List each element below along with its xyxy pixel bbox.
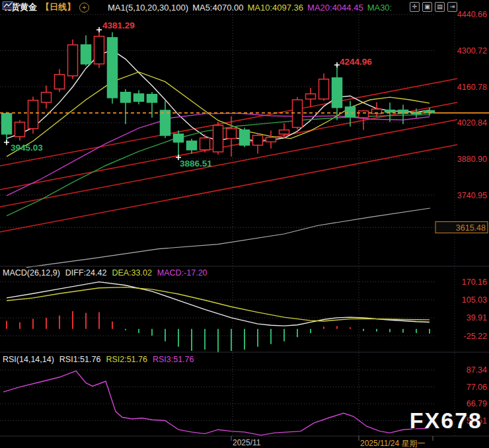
svg-text:4020.84: 4020.84 bbox=[457, 118, 487, 128]
add-indicator-icon[interactable]: + bbox=[79, 3, 89, 13]
svg-text:87.34: 87.34 bbox=[467, 365, 487, 375]
macd-diff-value: DIFF:24.42 bbox=[65, 268, 107, 278]
svg-text:77.06: 77.06 bbox=[467, 383, 487, 392]
svg-text:3886.51: 3886.51 bbox=[180, 159, 212, 168]
scale-left-icon[interactable]: ▣ bbox=[422, 2, 432, 12]
svg-text:3615.48: 3615.48 bbox=[456, 223, 486, 233]
chart-type-icon[interactable] bbox=[93, 3, 104, 12]
ma-params-label[interactable]: MA1(5,10,20,30,100) bbox=[108, 3, 188, 13]
ma20-value: MA20:4044.45 bbox=[307, 3, 363, 13]
svg-text:4160.78: 4160.78 bbox=[457, 83, 487, 92]
crosshair-icon[interactable]: ✛ bbox=[410, 2, 420, 12]
period-label[interactable]: 【日线】 bbox=[41, 1, 75, 13]
svg-text:105.03: 105.03 bbox=[462, 295, 487, 305]
macd-indicator-row[interactable]: MACD(26,12,9) DIFF:24.42 DEA:33.02 MACD:… bbox=[3, 268, 207, 278]
rsi3-value: RSI3:51.76 bbox=[153, 355, 194, 364]
svg-text:170.16: 170.16 bbox=[462, 278, 487, 287]
rsi-params-label: RSI(14,14,14) bbox=[3, 355, 54, 364]
svg-text:39.91: 39.91 bbox=[467, 313, 487, 322]
rsi1-value: RSI1:51.76 bbox=[59, 355, 101, 364]
svg-text:4244.96: 4244.96 bbox=[340, 57, 372, 67]
svg-text:4381.29: 4381.29 bbox=[102, 20, 135, 30]
rsi-indicator-row[interactable]: RSI(14,14,14) RSI1:51.76 RSI2:51.76 RSI3… bbox=[3, 355, 194, 364]
ma10-value: MA10:4097.36 bbox=[247, 3, 303, 13]
ma5-value: MA5:4070.00 bbox=[192, 3, 243, 13]
svg-text:3740.95: 3740.95 bbox=[457, 191, 487, 200]
chart-canvas[interactable]: 4440.664300.724160.784020.843880.903740.… bbox=[0, 0, 489, 448]
panel-expand-icon[interactable]: ⇥ bbox=[447, 2, 457, 12]
chart-header: 现货黄金【日线】 + MA1(5,10,20,30,100) MA5:4070.… bbox=[3, 1, 392, 13]
fx678-watermark: FX678 bbox=[410, 408, 482, 433]
svg-text:3945.03: 3945.03 bbox=[11, 143, 43, 153]
chart-toolbar: ✛ ▣ ▤ ⇥ bbox=[410, 2, 457, 12]
svg-text:4440.66: 4440.66 bbox=[457, 10, 487, 19]
macd-params-label: MACD(26,12,9) bbox=[3, 268, 60, 278]
scale-right-icon[interactable]: ▤ bbox=[435, 2, 445, 12]
macd-dea-value: DEA:33.02 bbox=[112, 268, 151, 278]
ma30-value: MA30: bbox=[367, 3, 393, 13]
svg-text:-25.22: -25.22 bbox=[464, 332, 487, 341]
rsi2-value: RSI2:51.76 bbox=[106, 355, 147, 364]
trading-chart-window: 4440.664300.724160.784020.843880.903740.… bbox=[0, 0, 489, 448]
svg-text:4300.72: 4300.72 bbox=[457, 46, 487, 56]
date-label-month: 2025/11 bbox=[233, 438, 261, 447]
macd-hist-value: MACD:-17.20 bbox=[157, 268, 207, 278]
date-label-current: 2025/11/24 星期一 bbox=[360, 438, 426, 448]
svg-text:3880.90: 3880.90 bbox=[457, 155, 487, 164]
